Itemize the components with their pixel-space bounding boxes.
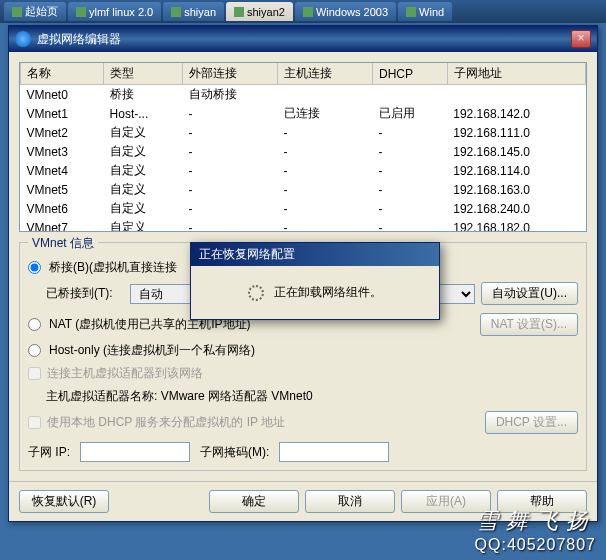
titlebar: 虚拟网络编辑器 × (9, 26, 597, 52)
tab[interactable]: shiyan2 (226, 2, 293, 21)
subnet-mask-label: 子网掩码(M): (200, 444, 269, 461)
ok-button[interactable]: 确定 (209, 490, 299, 513)
nat-radio[interactable] (28, 318, 41, 331)
dhcp-chk-label: 使用本地 DHCP 服务来分配虚拟机的 IP 地址 (47, 414, 285, 431)
spinner-icon (248, 285, 264, 301)
nat-settings-button[interactable]: NAT 设置(S)... (480, 313, 578, 336)
dhcp-checkbox[interactable] (28, 416, 41, 429)
watermark: 雪舞飞扬 QQ:405207807 (475, 506, 596, 554)
modal-text: 正在卸载网络组件。 (274, 284, 382, 301)
adapter-chk-label: 连接主机虚拟适配器到该网络 (47, 365, 203, 382)
tab-icon (76, 7, 86, 17)
window-title: 虚拟网络编辑器 (37, 31, 121, 48)
tab[interactable]: Windows 2003 (295, 2, 396, 21)
browser-tabs: 起始页ylmf linux 2.0shiyanshiyan2Windows 20… (0, 0, 606, 23)
tab[interactable]: shiyan (163, 2, 224, 21)
column-header[interactable]: 类型 (104, 63, 183, 85)
tab-icon (406, 7, 416, 17)
subnet-ip-label: 子网 IP: (28, 444, 70, 461)
hostonly-label: Host-only (连接虚拟机到一个私有网络) (49, 342, 255, 359)
subnet-ip-input[interactable] (80, 442, 190, 462)
auto-settings-button[interactable]: 自动设置(U)... (481, 282, 578, 305)
restore-defaults-button[interactable]: 恢复默认(R) (19, 490, 109, 513)
bridge-label: 桥接(B)(虚拟机直接连接 (49, 259, 177, 276)
column-header[interactable]: DHCP (373, 63, 448, 85)
hostonly-radio[interactable] (28, 344, 41, 357)
tab-icon (234, 7, 244, 17)
group-title: VMnet 信息 (28, 235, 98, 252)
column-header[interactable]: 子网地址 (447, 63, 585, 85)
bridge-to-label: 已桥接到(T): (46, 285, 124, 302)
tab-icon (12, 7, 22, 17)
table-row[interactable]: VMnet1Host-...-已连接已启用192.168.142.0 (21, 104, 586, 123)
dhcp-settings-button[interactable]: DHCP 设置... (485, 411, 578, 434)
table-row[interactable]: VMnet2自定义---192.168.111.0 (21, 123, 586, 142)
column-header[interactable]: 主机连接 (278, 63, 373, 85)
progress-modal: 正在恢复网络配置 正在卸载网络组件。 (190, 242, 440, 320)
tab[interactable]: 起始页 (4, 2, 66, 21)
bridge-radio[interactable] (28, 261, 41, 274)
subnet-mask-input[interactable] (279, 442, 389, 462)
cancel-button[interactable]: 取消 (305, 490, 395, 513)
tab-icon (171, 7, 181, 17)
tab[interactable]: ylmf linux 2.0 (68, 2, 161, 21)
adapter-name-label: 主机虚拟适配器名称: VMware 网络适配器 VMnet0 (46, 388, 313, 405)
table-row[interactable]: VMnet7自定义---192.168.182.0 (21, 218, 586, 232)
column-header[interactable]: 名称 (21, 63, 104, 85)
table-row[interactable]: VMnet0桥接自动桥接 (21, 85, 586, 105)
column-header[interactable]: 外部连接 (183, 63, 278, 85)
table-row[interactable]: VMnet3自定义---192.168.145.0 (21, 142, 586, 161)
table-row[interactable]: VMnet6自定义---192.168.240.0 (21, 199, 586, 218)
vmnet-table[interactable]: 名称类型外部连接主机连接DHCP子网地址 VMnet0桥接自动桥接VMnet1H… (19, 62, 587, 232)
tab-icon (303, 7, 313, 17)
close-button[interactable]: × (571, 30, 591, 48)
tab[interactable]: Wind (398, 2, 452, 21)
app-icon (15, 31, 31, 47)
table-row[interactable]: VMnet5自定义---192.168.163.0 (21, 180, 586, 199)
table-row[interactable]: VMnet4自定义---192.168.114.0 (21, 161, 586, 180)
adapter-checkbox[interactable] (28, 367, 41, 380)
modal-title: 正在恢复网络配置 (191, 243, 439, 266)
